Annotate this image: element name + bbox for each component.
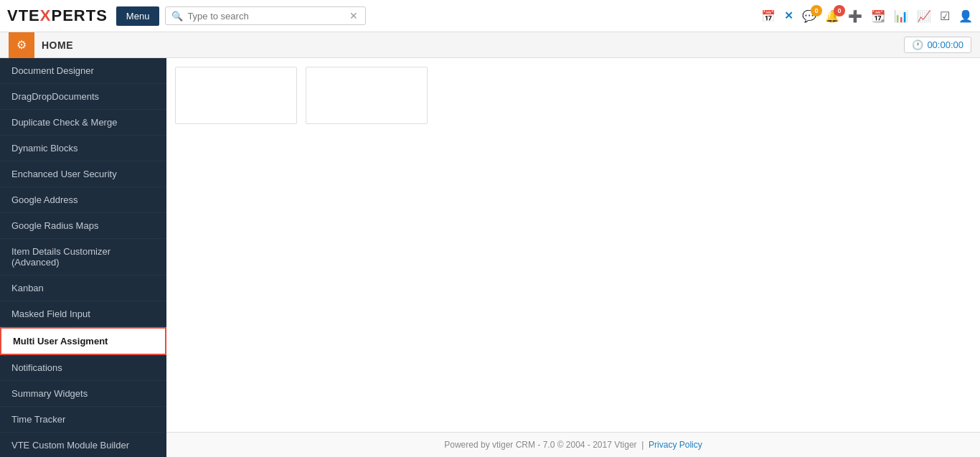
sidebar-item-14[interactable]: VTE Custom Module Builder bbox=[0, 433, 166, 457]
logo-perts: PERTS bbox=[51, 6, 107, 24]
user-icon[interactable]: 👤 bbox=[958, 9, 973, 23]
exchange-icon[interactable]: ✕ bbox=[784, 9, 793, 22]
sidebar-item-8[interactable]: Kanban bbox=[0, 275, 166, 301]
content-area bbox=[166, 58, 980, 133]
search-icon: 🔍 bbox=[171, 11, 183, 22]
menu-button[interactable]: Menu bbox=[116, 6, 160, 26]
sidebar-item-9[interactable]: Masked Field Input bbox=[0, 301, 166, 327]
sidebar-item-10[interactable]: Multi User Assigment bbox=[0, 327, 166, 355]
timer-button[interactable]: 🕐 00:00:00 bbox=[904, 37, 971, 53]
calendar-icon[interactable]: 📅 bbox=[761, 9, 776, 23]
logo: VTEXPERTS bbox=[7, 6, 108, 25]
sidebar-item-0[interactable]: Document Designer bbox=[0, 58, 166, 84]
sidebar-item-11[interactable]: Notifications bbox=[0, 355, 166, 381]
bell-icon[interactable]: 🔔 bbox=[825, 9, 839, 23]
search-bar: 🔍 ✕ bbox=[165, 6, 366, 25]
privacy-policy-link[interactable]: Privacy Policy bbox=[649, 440, 702, 450]
sidebar-item-3[interactable]: Dynamic Blocks bbox=[0, 136, 166, 161]
search-clear-icon[interactable]: ✕ bbox=[349, 10, 358, 22]
content-box-2 bbox=[306, 67, 428, 124]
sidebar: Document DesignerDragDropDocumentsDuplic… bbox=[0, 58, 166, 457]
line-chart-icon[interactable]: 📈 bbox=[917, 9, 931, 23]
content-box-1 bbox=[175, 67, 297, 124]
subheader: ⚙ HOME 🕐 00:00:00 bbox=[0, 32, 980, 58]
footer: Powered by vtiger CRM - 7.0 © 2004 - 201… bbox=[166, 432, 980, 457]
sidebar-item-2[interactable]: Duplicate Check & Merge bbox=[0, 110, 166, 136]
footer-separator: | bbox=[641, 440, 644, 450]
chat-icon[interactable]: 💬 bbox=[802, 9, 816, 23]
timer-value: 00:00:00 bbox=[927, 39, 963, 50]
clock-icon: 🕐 bbox=[912, 39, 923, 50]
gear-icon[interactable]: ⚙ bbox=[9, 32, 34, 58]
logo-vte: VTE bbox=[7, 6, 40, 24]
sidebar-item-6[interactable]: Google Radius Maps bbox=[0, 213, 166, 239]
sidebar-item-7[interactable]: Item Details Customizer (Advanced) bbox=[0, 239, 166, 275]
logo-x: X bbox=[40, 6, 52, 24]
sidebar-item-5[interactable]: Google Address bbox=[0, 187, 166, 213]
check-icon[interactable]: ☑ bbox=[940, 9, 950, 23]
sidebar-item-1[interactable]: DragDropDocuments bbox=[0, 84, 166, 110]
plus-icon[interactable]: ➕ bbox=[848, 9, 862, 23]
header-icons: 📅 ✕ 💬 🔔 ➕ 📆 📊 📈 ☑ 👤 bbox=[761, 9, 973, 23]
sidebar-item-13[interactable]: Time Tracker bbox=[0, 407, 166, 433]
calendar2-icon[interactable]: 📆 bbox=[871, 9, 885, 23]
main-content: Powered by vtiger CRM - 7.0 © 2004 - 201… bbox=[166, 58, 980, 457]
footer-text: Powered by vtiger CRM - 7.0 © 2004 - 201… bbox=[444, 440, 636, 450]
sidebar-item-4[interactable]: Enchanced User Security bbox=[0, 161, 166, 187]
page-title: HOME bbox=[42, 39, 897, 51]
layout: Document DesignerDragDropDocumentsDuplic… bbox=[0, 58, 980, 457]
header: VTEXPERTS Menu 🔍 ✕ 📅 ✕ 💬 🔔 ➕ 📆 📊 📈 ☑ 👤 bbox=[0, 0, 980, 32]
bar-chart-icon[interactable]: 📊 bbox=[894, 9, 908, 23]
sidebar-item-12[interactable]: Summary Widgets bbox=[0, 381, 166, 407]
search-input[interactable] bbox=[187, 11, 345, 22]
